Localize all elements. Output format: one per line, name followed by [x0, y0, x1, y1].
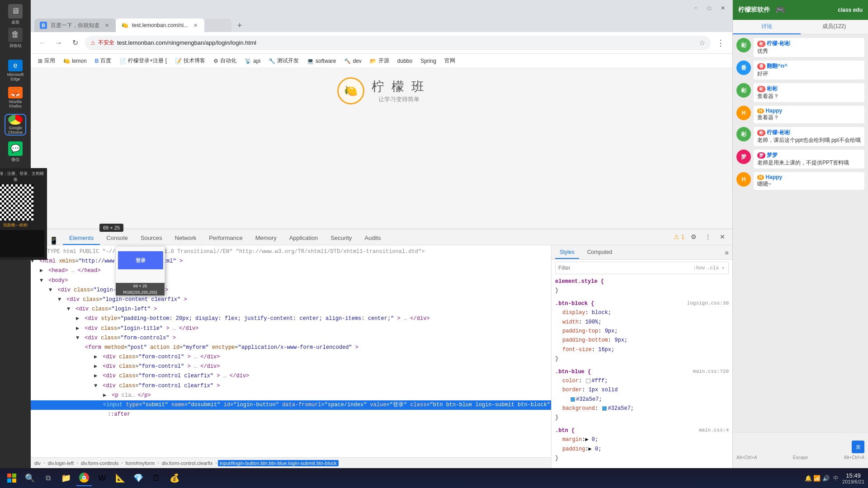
chat-tab-discuss[interactable]: 讨论 [733, 20, 801, 34]
devtools-tab-sources[interactable]: Sources [134, 231, 169, 245]
send-button[interactable]: 发 [852, 441, 864, 453]
bookmark-tech-blog[interactable]: 📝 技术博客 [171, 56, 209, 66]
filter-input[interactable] [558, 265, 691, 271]
dom-line-logincontent[interactable]: ▼ <div class="login-content clearfix" > [31, 295, 551, 305]
start-button[interactable] [4, 470, 20, 486]
dom-line-fc2[interactable]: ▶ <div class="form-control" > … </div> [31, 362, 551, 371]
refresh-button[interactable]: ↻ [69, 37, 81, 49]
system-time[interactable]: 15:49 2019/6/21 [842, 472, 864, 484]
styles-expand-icon[interactable]: » [725, 249, 729, 257]
taskbar-firefox-icon[interactable]: 🦊 Mozilla Firefox [5, 87, 26, 108]
dom-line-input-selected[interactable]: <input type="submit" name="dosubmit" id=… [31, 400, 551, 410]
bookmark-official[interactable]: 官网 [441, 56, 459, 66]
minimize-button[interactable]: － [690, 2, 702, 14]
back-button[interactable]: ← [36, 37, 49, 49]
bc-formcontrol[interactable]: div.form-control.clearfix [160, 460, 215, 466]
bookmark-test-dev[interactable]: 🔧 测试开发 [265, 56, 302, 66]
taskbar-wechat-icon[interactable]: 💬 微信 [5, 141, 26, 163]
bookmark-opensource[interactable]: 📂 开源 [366, 56, 393, 66]
new-tab-button[interactable]: ＋ [233, 19, 246, 31]
pseudo-cls-btn[interactable]: .cls [707, 264, 719, 272]
dom-line-head[interactable]: ▶ <head> … </head> [31, 266, 551, 276]
taskbar-files-button[interactable]: 🗒 [148, 470, 165, 486]
devtools-tab-audits[interactable]: Audits [358, 231, 387, 245]
styles-tab-computed[interactable]: Computed [583, 246, 617, 259]
devtools-tab-console[interactable]: Console [100, 231, 134, 245]
devtools-tab-network[interactable]: Network [169, 231, 203, 245]
taskbar-task-view-button[interactable]: ⧉ [40, 470, 56, 486]
dom-line-formcontrols[interactable]: ▼ <div class="form-controls" > [31, 333, 551, 343]
devtools-close-icon[interactable]: ✕ [716, 230, 729, 243]
taskbar-recycle-icon[interactable]: 🗑 回收站 [5, 27, 26, 49]
chat-tab-members[interactable]: 成员(122) [801, 20, 868, 34]
taskbar-fintech-button[interactable]: 💰 [166, 470, 183, 486]
forward-button[interactable]: → [52, 37, 65, 49]
devtools-tab-performance[interactable]: Performance [203, 231, 249, 245]
bc-formcontrols[interactable]: div.form-conttrols [79, 460, 121, 466]
devtools-tab-memory[interactable]: Memory [249, 231, 283, 245]
dom-line-loginwrap[interactable]: ▼ <div class="login-wrap clearfix" > [31, 286, 551, 295]
explorer-icon: 📁 [61, 473, 71, 483]
bc-loginleft[interactable]: div.login-left [46, 460, 75, 466]
element-preview: 登录 69 × 25 RGB(255,255,255) [115, 246, 165, 296]
dom-line-fc4[interactable]: ▼ <div class="form-control clearfix" > [31, 381, 551, 391]
tab-close-baidu[interactable]: ✕ [103, 22, 110, 29]
dom-line-pcla[interactable]: ▶ <p cla… </p> [31, 391, 551, 400]
maximize-button[interactable]: □ [703, 2, 715, 14]
dom-line-loginleft[interactable]: ▼ <div class="login-left" > [31, 305, 551, 314]
dom-line-body[interactable]: ▼ <body> [31, 276, 551, 286]
bc-input[interactable]: input#login-button.btn.btn-blue.login-su… [218, 460, 339, 466]
bc-form[interactable]: form#myform [124, 460, 157, 466]
devtools-device-icon[interactable]: 📱 [47, 236, 61, 245]
dom-line-after[interactable]: ::after [31, 410, 551, 419]
taskbar-edge-icon[interactable]: e Microsoft Edge [5, 60, 26, 81]
dom-line-fc3[interactable]: ▶ <div class="form-control clearfix" > …… [31, 371, 551, 381]
bookmark-lemon[interactable]: 🍋 lemon [60, 56, 90, 66]
taskbar-ppt-button[interactable]: 📐 [112, 470, 128, 486]
address-bar[interactable]: ⚠ 不安全 test.lemonban.com/ningmengban/app/… [85, 36, 711, 50]
bookmark-baidu[interactable]: B 百度 [91, 56, 115, 66]
styles-tab-styles[interactable]: Styles [555, 246, 579, 259]
taskbar-chrome-icon[interactable]: Google Chrome [5, 114, 26, 136]
bookmark-software[interactable]: 💻 software [303, 56, 340, 66]
devtools-tab-security[interactable]: Security [324, 231, 358, 245]
dom-line-logodiv[interactable]: ▶ <div style="padding-bottom: 20px; disp… [31, 314, 551, 324]
bookmark-dubbo[interactable]: dubbo [394, 56, 416, 66]
css-rule-btn-blue: .btn-blue { main.css:720 color: #fff; bo… [555, 367, 729, 422]
devtools-settings-icon[interactable]: ⚙ [687, 230, 700, 243]
tab-baidu[interactable]: B 百度一下，你就知道 ✕ [34, 19, 116, 32]
devtools-warning-icon[interactable]: ⚠ 1 [673, 230, 685, 243]
menu-button[interactable]: ⋮ [714, 37, 727, 49]
bookmark-star-icon[interactable]: ☆ [699, 38, 705, 47]
bookmark-auto[interactable]: ⚙ 自动化 [210, 56, 240, 66]
bc-div[interactable]: div [33, 460, 42, 466]
devtools-more-icon[interactable]: ⋮ [702, 230, 714, 243]
bookmark-lemon-login[interactable]: 📄 柠檬登录+注册 [ [116, 56, 170, 66]
tab-lemon[interactable]: 🍋 test.lemonban.com/ni... ✕ [116, 19, 204, 32]
taskbar-xmind-button[interactable]: 💎 [130, 470, 146, 486]
chat-msg-5: 彬 彬 柠檬-彬彬 老师，课后这个ppt也会给到哦 ppt不会给哦 [736, 127, 864, 146]
bookmark-api[interactable]: 📡 api [241, 56, 264, 66]
bilibili-icon: 🎮 [775, 5, 785, 15]
dom-line-form[interactable]: <form method="post" action id="myform" e… [31, 343, 551, 352]
devtools-tab-elements[interactable]: Elements [63, 231, 100, 245]
close-button[interactable]: ✕ [717, 2, 729, 14]
devtools-tab-application[interactable]: Application [283, 231, 325, 245]
tab-close-lemon[interactable]: ✕ [192, 22, 199, 29]
bookmark-spring[interactable]: Spring [417, 56, 440, 66]
dom-line-doctype[interactable]: <!DOCTYPE html PUBLIC "-//W3C//DTD XHTML… [31, 247, 551, 257]
dom-line-html[interactable]: ▼ <html xmlns="http://www.w3.org/1999/xh… [31, 257, 551, 266]
styles-content: :hov .cls ＋ element.style { } [552, 260, 732, 468]
taskbar-word-button[interactable]: W [94, 470, 110, 486]
pseudo-hover-btn[interactable]: :hov [693, 264, 705, 272]
bookmark-apps[interactable]: ⊞ 应用 [34, 56, 59, 66]
qr-chat-preview: ♥ [0, 230, 44, 257]
taskbar-search-button[interactable]: 🔍 [22, 470, 38, 486]
dom-line-logintitle[interactable]: ▶ <div class="login-title" > … </div> [31, 324, 551, 333]
taskbar-chrome-button[interactable] [76, 470, 92, 486]
add-style-btn[interactable]: ＋ [721, 264, 726, 272]
taskbar-explorer-button[interactable]: 📁 [58, 470, 74, 486]
bookmark-dev[interactable]: 🔨 dev [340, 56, 365, 66]
taskbar-desktop-icon[interactable]: 🖥 桌面 [5, 4, 26, 25]
dom-line-fc1[interactable]: ▶ <div class="form-control" > … </div> [31, 352, 551, 362]
